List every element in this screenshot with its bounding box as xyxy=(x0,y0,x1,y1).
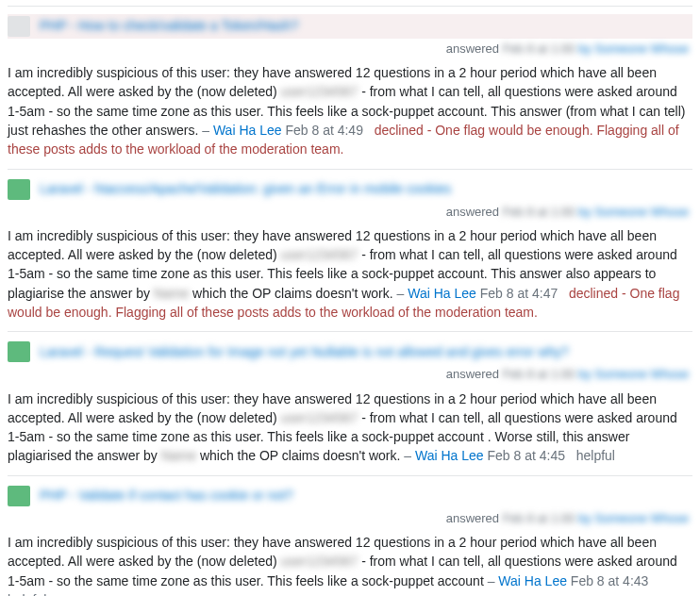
answer-meta: answered Feb 8 at 1:00 by Someone Whose xyxy=(8,202,692,226)
dash: – xyxy=(397,286,405,301)
answered-label: answered xyxy=(446,367,499,381)
comment-timestamp: Feb 8 at 4:49 xyxy=(285,123,363,138)
dash: – xyxy=(488,573,495,588)
flag-comment: I am incredibly suspicious of this user:… xyxy=(8,389,692,466)
answered-date: Feb 8 at 1:00 xyxy=(503,205,575,219)
title-row[interactable]: Laravel - Request Validation for Image n… xyxy=(8,339,692,364)
flag-comment: I am incredibly suspicious of this user:… xyxy=(8,533,692,596)
answered-user-link[interactable]: by Someone Whose xyxy=(578,205,689,219)
question-title-link[interactable]: PHP - How to check/validate a Token/Hash… xyxy=(40,17,298,36)
flag-entry: PHP - How to check/validate a Token/Hash… xyxy=(8,6,692,169)
answer-meta: answered Feb 8 at 1:00 by Someone Whose xyxy=(8,39,692,63)
flag-result-helpful: helpful xyxy=(576,448,615,463)
answered-label: answered xyxy=(446,511,499,525)
comment-author-link[interactable]: Wai Ha Lee xyxy=(415,448,484,463)
dash: – xyxy=(202,123,209,138)
flag-entry: PHP - Validate if contact has cookie or … xyxy=(8,475,692,596)
question-title-link[interactable]: Laravel - Request Validation for Image n… xyxy=(40,343,569,362)
flag-entry: Laravel - htaccess/Apache/Validation: gi… xyxy=(8,169,692,332)
comment-author-link[interactable]: Wai Ha Lee xyxy=(408,286,476,301)
answered-user-link[interactable]: by Someone Whose xyxy=(578,367,689,381)
flag-comment: I am incredibly suspicious of this user:… xyxy=(8,63,692,158)
comment-author-link[interactable]: Wai Ha Lee xyxy=(213,123,282,138)
score-badge-accepted xyxy=(8,486,30,506)
score-badge-accepted xyxy=(8,179,30,200)
question-title-link[interactable]: Laravel - htaccess/Apache/Validation: gi… xyxy=(40,180,451,199)
flag-result-helpful: helpful xyxy=(8,592,46,596)
redacted-user: user1234567 xyxy=(281,84,358,99)
answer-meta: answered Feb 8 at 1:00 by Someone Whose xyxy=(8,508,692,533)
score-badge-accepted xyxy=(8,341,30,362)
flag-entry: Laravel - Request Validation for Image n… xyxy=(8,331,692,474)
redacted-user: user1234567 xyxy=(281,247,358,262)
answered-date: Feb 8 at 1:00 xyxy=(503,511,575,525)
redacted-user: user1234567 xyxy=(281,554,358,569)
comment-text: which the OP claims doesn't work. xyxy=(189,286,392,301)
answered-label: answered xyxy=(446,41,499,56)
comment-timestamp: Feb 8 at 4:47 xyxy=(480,286,558,301)
answered-user-link[interactable]: by Someone Whose xyxy=(578,511,689,525)
redacted-user: Name xyxy=(154,286,189,301)
redacted-user: user1234567 xyxy=(281,410,358,425)
comment-author-link[interactable]: Wai Ha Lee xyxy=(498,573,567,588)
flag-comment: I am incredibly suspicious of this user:… xyxy=(8,226,692,322)
dash: – xyxy=(404,448,411,463)
comment-timestamp: Feb 8 at 4:43 xyxy=(571,573,649,588)
score-badge xyxy=(8,16,30,37)
question-title-link[interactable]: PHP - Validate if contact has cookie or … xyxy=(40,487,293,505)
answered-label: answered xyxy=(446,205,499,219)
redacted-user: Name xyxy=(161,448,196,463)
answered-date: Feb 8 at 1:00 xyxy=(503,367,575,381)
title-row[interactable]: PHP - Validate if contact has cookie or … xyxy=(8,484,692,508)
answer-meta: answered Feb 8 at 1:00 by Someone Whose xyxy=(8,364,692,389)
comment-text: which the OP claims doesn't work. xyxy=(196,448,400,463)
comment-timestamp: Feb 8 at 4:45 xyxy=(488,448,566,463)
answered-user-link[interactable]: by Someone Whose xyxy=(578,41,689,56)
title-row[interactable]: Laravel - htaccess/Apache/Validation: gi… xyxy=(8,177,692,202)
title-row[interactable]: PHP - How to check/validate a Token/Hash… xyxy=(8,14,692,39)
answered-date: Feb 8 at 1:00 xyxy=(503,41,575,56)
